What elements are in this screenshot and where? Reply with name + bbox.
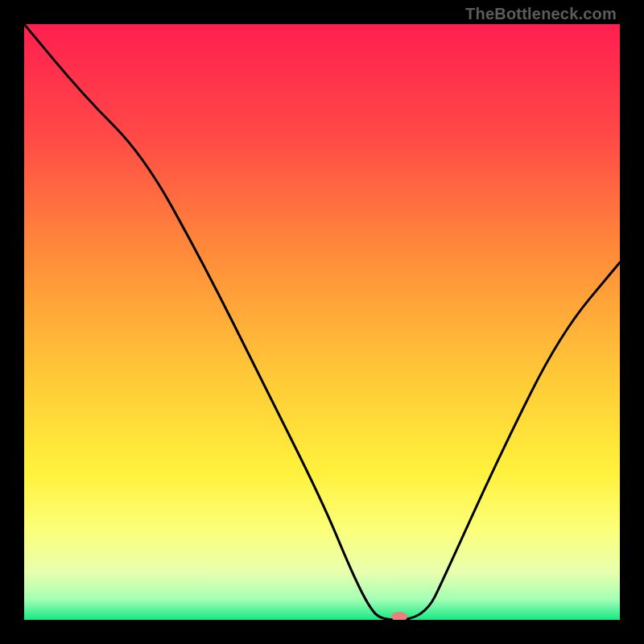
watermark-text: TheBottleneck.com [465, 5, 617, 23]
optimal-marker [391, 612, 407, 620]
curve-layer [24, 24, 620, 620]
bottleneck-curve [24, 24, 620, 620]
plot-area [24, 24, 620, 620]
chart-frame: TheBottleneck.com [0, 0, 644, 644]
